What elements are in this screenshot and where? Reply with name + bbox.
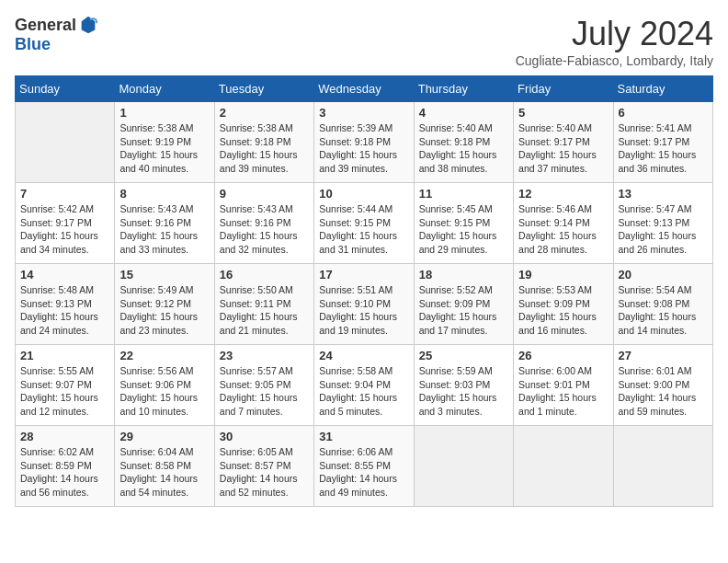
day-number: 6	[619, 106, 708, 120]
day-info: Sunrise: 5:40 AMSunset: 9:18 PMDaylight:…	[419, 121, 508, 176]
day-number: 24	[319, 349, 408, 362]
calendar-cell	[514, 426, 613, 507]
day-info: Sunrise: 5:53 AMSunset: 9:09 PMDaylight:…	[518, 283, 608, 338]
calendar-header-sunday: Sunday	[16, 76, 115, 102]
day-number: 17	[319, 268, 408, 282]
calendar-cell: 23Sunrise: 5:57 AMSunset: 9:05 PMDayligh…	[214, 345, 313, 426]
day-info: Sunrise: 5:42 AMSunset: 9:17 PMDaylight:…	[20, 202, 109, 257]
day-info: Sunrise: 6:06 AMSunset: 8:55 PMDaylight:…	[319, 445, 408, 500]
calendar-header-row: SundayMondayTuesdayWednesdayThursdayFrid…	[16, 76, 713, 102]
day-info: Sunrise: 5:58 AMSunset: 9:04 PMDaylight:…	[319, 364, 408, 419]
day-info: Sunrise: 5:49 AMSunset: 9:12 PMDaylight:…	[119, 283, 209, 338]
calendar-cell: 24Sunrise: 5:58 AMSunset: 9:04 PMDayligh…	[314, 345, 414, 426]
day-info: Sunrise: 5:56 AMSunset: 9:06 PMDaylight:…	[119, 364, 209, 419]
day-number: 9	[220, 187, 309, 201]
calendar-cell: 8Sunrise: 5:43 AMSunset: 9:16 PMDaylight…	[115, 183, 214, 264]
calendar-cell: 20Sunrise: 5:54 AMSunset: 9:08 PMDayligh…	[613, 264, 712, 345]
calendar-cell: 21Sunrise: 5:55 AMSunset: 9:07 PMDayligh…	[16, 345, 115, 426]
calendar-week-row: 1Sunrise: 5:38 AMSunset: 9:19 PMDaylight…	[16, 102, 713, 183]
calendar-cell: 29Sunrise: 6:04 AMSunset: 8:58 PMDayligh…	[115, 426, 214, 507]
calendar-cell: 5Sunrise: 5:40 AMSunset: 9:17 PMDaylight…	[514, 102, 613, 183]
day-info: Sunrise: 5:44 AMSunset: 9:15 PMDaylight:…	[319, 202, 408, 257]
day-number: 7	[20, 187, 109, 201]
day-number: 22	[119, 349, 209, 362]
calendar-cell: 16Sunrise: 5:50 AMSunset: 9:11 PMDayligh…	[214, 264, 313, 345]
day-number: 15	[119, 268, 209, 282]
day-info: Sunrise: 5:47 AMSunset: 9:13 PMDaylight:…	[619, 202, 708, 257]
calendar-header-saturday: Saturday	[613, 76, 712, 102]
day-info: Sunrise: 5:45 AMSunset: 9:15 PMDaylight:…	[419, 202, 508, 257]
day-number: 21	[20, 349, 109, 362]
day-number: 1	[119, 106, 209, 120]
calendar-cell: 9Sunrise: 5:43 AMSunset: 9:16 PMDaylight…	[214, 183, 313, 264]
day-info: Sunrise: 5:59 AMSunset: 9:03 PMDaylight:…	[419, 364, 508, 419]
day-info: Sunrise: 5:39 AMSunset: 9:18 PMDaylight:…	[319, 121, 408, 176]
calendar-cell: 7Sunrise: 5:42 AMSunset: 9:17 PMDaylight…	[16, 183, 115, 264]
calendar-week-row: 14Sunrise: 5:48 AMSunset: 9:13 PMDayligh…	[16, 264, 713, 345]
day-number: 3	[319, 106, 408, 120]
logo: General Blue	[15, 15, 98, 54]
calendar-cell: 18Sunrise: 5:52 AMSunset: 9:09 PMDayligh…	[414, 264, 513, 345]
day-number: 25	[419, 349, 508, 362]
day-number: 23	[220, 349, 309, 362]
calendar-cell: 17Sunrise: 5:51 AMSunset: 9:10 PMDayligh…	[314, 264, 414, 345]
day-info: Sunrise: 5:43 AMSunset: 9:16 PMDaylight:…	[220, 202, 309, 257]
day-number: 20	[619, 268, 708, 282]
calendar-week-row: 7Sunrise: 5:42 AMSunset: 9:17 PMDaylight…	[16, 183, 713, 264]
day-info: Sunrise: 5:50 AMSunset: 9:11 PMDaylight:…	[220, 283, 309, 338]
day-number: 12	[518, 187, 608, 201]
day-number: 2	[220, 106, 309, 120]
day-info: Sunrise: 5:38 AMSunset: 9:19 PMDaylight:…	[119, 121, 209, 176]
day-info: Sunrise: 5:55 AMSunset: 9:07 PMDaylight:…	[20, 364, 109, 419]
calendar-cell: 2Sunrise: 5:38 AMSunset: 9:18 PMDaylight…	[214, 102, 313, 183]
day-number: 28	[20, 430, 109, 443]
day-info: Sunrise: 5:57 AMSunset: 9:05 PMDaylight:…	[220, 364, 309, 419]
calendar-body: 1Sunrise: 5:38 AMSunset: 9:19 PMDaylight…	[16, 102, 713, 507]
day-info: Sunrise: 6:02 AMSunset: 8:59 PMDaylight:…	[20, 445, 109, 500]
day-number: 5	[518, 106, 608, 120]
calendar-cell: 4Sunrise: 5:40 AMSunset: 9:18 PMDaylight…	[414, 102, 513, 183]
logo-blue: Blue	[15, 35, 51, 54]
day-number: 11	[419, 187, 508, 201]
calendar-header-wednesday: Wednesday	[314, 76, 414, 102]
day-number: 10	[319, 187, 408, 201]
calendar-table: SundayMondayTuesdayWednesdayThursdayFrid…	[15, 75, 713, 507]
calendar-week-row: 28Sunrise: 6:02 AMSunset: 8:59 PMDayligh…	[16, 426, 713, 507]
calendar-cell: 19Sunrise: 5:53 AMSunset: 9:09 PMDayligh…	[514, 264, 613, 345]
day-number: 29	[119, 430, 209, 443]
calendar-cell: 22Sunrise: 5:56 AMSunset: 9:06 PMDayligh…	[115, 345, 214, 426]
calendar-cell: 6Sunrise: 5:41 AMSunset: 9:17 PMDaylight…	[613, 102, 712, 183]
day-number: 31	[319, 430, 408, 443]
day-number: 8	[119, 187, 209, 201]
day-number: 18	[419, 268, 508, 282]
calendar-cell: 10Sunrise: 5:44 AMSunset: 9:15 PMDayligh…	[314, 183, 414, 264]
day-number: 14	[20, 268, 109, 282]
day-info: Sunrise: 5:46 AMSunset: 9:14 PMDaylight:…	[518, 202, 608, 257]
calendar-cell: 11Sunrise: 5:45 AMSunset: 9:15 PMDayligh…	[414, 183, 513, 264]
title-area: July 2024 Cugliate-Fabiasco, Lombardy, I…	[516, 15, 713, 68]
day-number: 30	[220, 430, 309, 443]
day-info: Sunrise: 5:52 AMSunset: 9:09 PMDaylight:…	[419, 283, 508, 338]
day-info: Sunrise: 5:54 AMSunset: 9:08 PMDaylight:…	[619, 283, 708, 338]
calendar-cell: 25Sunrise: 5:59 AMSunset: 9:03 PMDayligh…	[414, 345, 513, 426]
calendar-cell: 30Sunrise: 6:05 AMSunset: 8:57 PMDayligh…	[214, 426, 313, 507]
day-info: Sunrise: 6:01 AMSunset: 9:00 PMDaylight:…	[619, 364, 708, 419]
calendar-header-thursday: Thursday	[414, 76, 513, 102]
calendar-header-tuesday: Tuesday	[214, 76, 313, 102]
location: Cugliate-Fabiasco, Lombardy, Italy	[516, 53, 713, 68]
day-info: Sunrise: 5:40 AMSunset: 9:17 PMDaylight:…	[518, 121, 608, 176]
logo-icon	[78, 15, 98, 35]
calendar-cell: 14Sunrise: 5:48 AMSunset: 9:13 PMDayligh…	[16, 264, 115, 345]
calendar-header-monday: Monday	[115, 76, 214, 102]
day-number: 19	[518, 268, 608, 282]
calendar-cell	[613, 426, 712, 507]
calendar-cell	[414, 426, 513, 507]
day-number: 16	[220, 268, 309, 282]
calendar-cell: 13Sunrise: 5:47 AMSunset: 9:13 PMDayligh…	[613, 183, 712, 264]
day-number: 13	[619, 187, 708, 201]
calendar-cell: 26Sunrise: 6:00 AMSunset: 9:01 PMDayligh…	[514, 345, 613, 426]
calendar-cell: 3Sunrise: 5:39 AMSunset: 9:18 PMDaylight…	[314, 102, 414, 183]
day-number: 26	[518, 349, 608, 362]
calendar-cell: 12Sunrise: 5:46 AMSunset: 9:14 PMDayligh…	[514, 183, 613, 264]
calendar-header-friday: Friday	[514, 76, 613, 102]
